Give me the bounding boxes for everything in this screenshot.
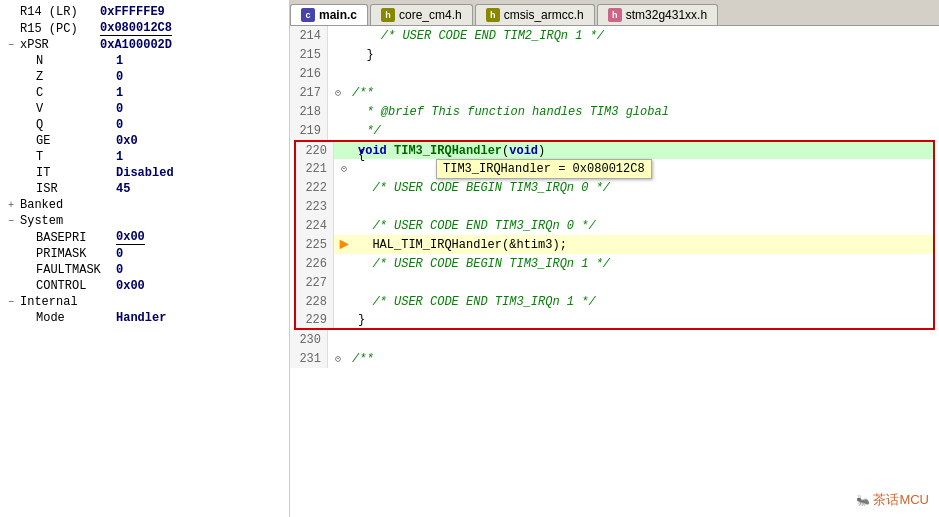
line-num-217: 217	[290, 83, 328, 102]
reg-name-t: T	[36, 150, 116, 164]
line-content-219: */	[348, 124, 939, 138]
reg-value-v: 0	[116, 102, 123, 116]
tab-icon-stm32g431xx: h	[608, 8, 622, 22]
line-num-223: 223	[296, 197, 334, 216]
reg-value-basepri: 0x00	[116, 230, 145, 245]
line-num-221: 221	[296, 159, 334, 178]
reg-row-t: T 1	[0, 149, 289, 165]
code-line-227: 227	[294, 273, 935, 292]
line-content-228: /* USER CODE END TIM3_IRQn 1 */	[354, 295, 933, 309]
line-num-220: 220	[296, 142, 334, 159]
xpsr-toggle[interactable]: −	[4, 38, 18, 52]
line-content-215: }	[348, 48, 939, 62]
reg-name-ge: GE	[36, 134, 116, 148]
reg-row-it: IT Disabled	[0, 165, 289, 181]
reg-name-internal: Internal	[20, 295, 100, 309]
reg-name-z: Z	[36, 70, 116, 84]
reg-row-v: V 0	[0, 101, 289, 117]
reg-name-basepri: BASEPRI	[36, 231, 116, 245]
tab-icon-core-cm4: h	[381, 8, 395, 22]
line-content-226: /* USER CODE BEGIN TIM3_IRQn 1 */	[354, 257, 933, 271]
code-line-216: 216	[290, 64, 939, 83]
watermark: 🐜 茶话MCU	[856, 491, 929, 509]
code-line-226: 226 /* USER CODE BEGIN TIM3_IRQn 1 */	[294, 254, 935, 273]
reg-row-q: Q 0	[0, 117, 289, 133]
tab-label-core-cm4: core_cm4.h	[399, 8, 462, 22]
watermark-icon: 🐜	[856, 494, 870, 506]
code-line-217: 217 ⊝ /**	[290, 83, 939, 102]
expand-icon-217[interactable]: ⊝	[335, 87, 341, 99]
reg-value-xpsr: 0xA100002D	[100, 38, 172, 52]
code-line-224: 224 /* USER CODE END TIM3_IRQn 0 */	[294, 216, 935, 235]
code-line-231: 231 ⊝ /**	[290, 349, 939, 368]
line-content-224: /* USER CODE END TIM3_IRQn 0 */	[354, 219, 933, 233]
code-line-221: 221 ⊝ { TIM3_IRQHandler = 0x080012C8	[294, 159, 935, 178]
reg-row-r15: R15 (PC) 0x080012C8	[0, 20, 289, 37]
tab-label-cmsis-armcc: cmsis_armcc.h	[504, 8, 584, 22]
reg-value-r15: 0x080012C8	[100, 21, 172, 36]
reg-value-primask: 0	[116, 247, 123, 261]
tab-main-c[interactable]: c main.c	[290, 4, 368, 25]
reg-value-mode: Handler	[116, 311, 166, 325]
reg-value-ge: 0x0	[116, 134, 138, 148]
code-area: 214 /* USER CODE END TIM2_IRQn 1 */ 215 …	[290, 26, 939, 517]
line-content-229: }	[354, 313, 933, 327]
tab-cmsis-armcc-h[interactable]: h cmsis_armcc.h	[475, 4, 595, 25]
reg-row-ge: GE 0x0	[0, 133, 289, 149]
reg-row-primask: PRIMASK 0	[0, 246, 289, 262]
reg-row-basepri: BASEPRI 0x00	[0, 229, 289, 246]
code-line-218: 218 * @brief This function handles TIM3 …	[290, 102, 939, 121]
reg-name-c: C	[36, 86, 116, 100]
watermark-text: 茶话MCU	[873, 492, 929, 507]
reg-value-t: 1	[116, 150, 123, 164]
line-num-225: 225	[296, 235, 334, 254]
code-line-219: 219 */	[290, 121, 939, 140]
system-toggle[interactable]: −	[4, 214, 18, 228]
code-line-230: 230	[290, 330, 939, 349]
line-content-217: /**	[348, 86, 939, 100]
reg-row-internal: − Internal	[0, 294, 289, 310]
line-num-216: 216	[290, 64, 328, 83]
reg-value-isr: 45	[116, 182, 130, 196]
line-gutter-225: ►	[334, 237, 354, 253]
reg-name-banked: Banked	[20, 198, 100, 212]
reg-row-faultmask: FAULTMASK 0	[0, 262, 289, 278]
line-num-224: 224	[296, 216, 334, 235]
tab-label-stm32g431xx: stm32g431xx.h	[626, 8, 707, 22]
reg-value-c: 1	[116, 86, 123, 100]
line-num-219: 219	[290, 121, 328, 140]
reg-value-control: 0x00	[116, 279, 145, 293]
expand-icon-221[interactable]: ⊝	[341, 163, 347, 175]
reg-name-v: V	[36, 102, 116, 116]
reg-name-q: Q	[36, 118, 116, 132]
line-gutter-217: ⊝	[328, 87, 348, 99]
tab-stm32g431xx-h[interactable]: h stm32g431xx.h	[597, 4, 718, 25]
line-num-230: 230	[290, 330, 328, 349]
line-content-214: /* USER CODE END TIM2_IRQn 1 */	[348, 29, 939, 43]
code-line-214: 214 /* USER CODE END TIM2_IRQn 1 */	[290, 26, 939, 45]
line-num-229: 229	[296, 311, 334, 328]
line-num-215: 215	[290, 45, 328, 64]
line-num-228: 228	[296, 292, 334, 311]
reg-value-it: Disabled	[116, 166, 174, 180]
main-container: R14 (LR) 0xFFFFFE9 R15 (PC) 0x080012C8 −…	[0, 0, 939, 517]
line-num-218: 218	[290, 102, 328, 121]
code-line-223: 223	[294, 197, 935, 216]
reg-row-r14: R14 (LR) 0xFFFFFE9	[0, 4, 289, 20]
tooltip-box: TIM3_IRQHandler = 0x080012C8	[436, 159, 652, 179]
reg-value-faultmask: 0	[116, 263, 123, 277]
expand-icon-231[interactable]: ⊝	[335, 353, 341, 365]
internal-toggle[interactable]: −	[4, 295, 18, 309]
reg-row-control: CONTROL 0x00	[0, 278, 289, 294]
tab-core-cm4-h[interactable]: h core_cm4.h	[370, 4, 473, 25]
reg-value-q: 0	[116, 118, 123, 132]
arrow-indicator: ►	[339, 237, 349, 253]
reg-name-mode: Mode	[36, 311, 116, 325]
line-content-231: /**	[348, 352, 939, 366]
line-num-231: 231	[290, 349, 328, 368]
banked-toggle[interactable]: +	[4, 198, 18, 212]
reg-name-faultmask: FAULTMASK	[36, 263, 116, 277]
code-line-222: 222 /* USER CODE BEGIN TIM3_IRQn 0 */	[294, 178, 935, 197]
line-num-214: 214	[290, 26, 328, 45]
reg-name-primask: PRIMASK	[36, 247, 116, 261]
